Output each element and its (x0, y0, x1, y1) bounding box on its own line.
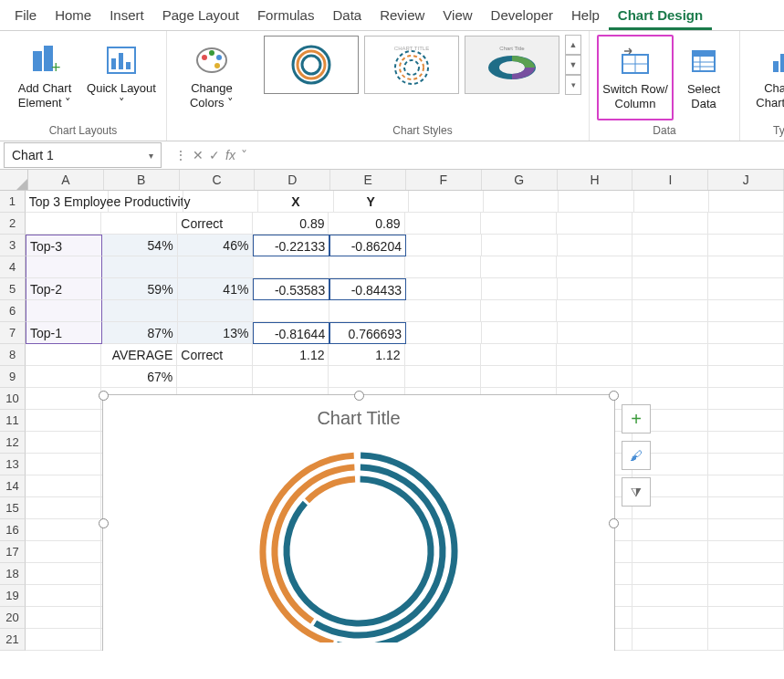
cell-I8[interactable] (632, 344, 708, 366)
chart-style-scroll-down[interactable]: ▼ (565, 55, 581, 75)
col-header-E[interactable]: E (330, 170, 406, 190)
cell-I3[interactable] (632, 235, 708, 256)
cell-B8[interactable]: AVERAGE (101, 344, 177, 366)
cell-J14[interactable] (708, 475, 784, 497)
chart-elements-button[interactable]: + (622, 404, 651, 434)
chart-style-1[interactable] (264, 36, 359, 94)
cancel-icon[interactable]: ✕ (193, 148, 204, 162)
cell-C4[interactable] (178, 256, 254, 278)
cell-A5[interactable]: Top-2 (26, 278, 102, 300)
cell-D9[interactable] (253, 366, 329, 388)
cell-H9[interactable] (557, 366, 632, 388)
cell-I4[interactable] (632, 256, 708, 278)
cell-F2[interactable] (405, 213, 481, 235)
row-header-12[interactable]: 12 (0, 432, 26, 454)
cell-J7[interactable] (708, 322, 784, 344)
cell-C7[interactable]: 13% (178, 322, 254, 344)
tab-insert[interactable]: Insert (100, 2, 153, 30)
cell-B6[interactable] (102, 300, 178, 322)
chart-styles-button[interactable]: 🖌 (622, 441, 651, 470)
cell-J17[interactable] (708, 541, 784, 563)
cell-C2[interactable]: Correct (177, 213, 253, 235)
cell-H5[interactable] (558, 278, 633, 300)
change-colors-button[interactable]: Change Colors ˅ (174, 35, 249, 119)
cell-A14[interactable] (26, 475, 101, 497)
cell-G4[interactable] (481, 256, 557, 278)
cell-I19[interactable] (632, 585, 708, 607)
chart-style-scroll-up[interactable]: ▲ (565, 35, 581, 55)
resize-handle[interactable] (99, 391, 109, 401)
chart-title[interactable]: Chart Title (103, 395, 614, 433)
cell-F4[interactable] (405, 256, 481, 278)
cell-C6[interactable] (178, 300, 254, 322)
tab-help[interactable]: Help (562, 2, 609, 30)
cell-D4[interactable] (254, 256, 329, 278)
cell-J3[interactable] (708, 235, 784, 256)
cell-J8[interactable] (708, 344, 784, 366)
cell-E3[interactable]: -0.86204 (329, 235, 406, 256)
col-header-B[interactable]: B (104, 170, 180, 190)
cell-F3[interactable] (406, 235, 482, 256)
row-header-3[interactable]: 3 (0, 235, 26, 256)
row-header-6[interactable]: 6 (0, 300, 26, 322)
tab-chart-design[interactable]: Chart Design (609, 2, 712, 30)
cell-D2[interactable]: 0.89 (253, 213, 329, 235)
cell-E9[interactable] (329, 366, 404, 388)
cell-E8[interactable]: 1.12 (329, 344, 404, 366)
cell-J13[interactable] (708, 454, 784, 475)
cell-A21[interactable] (26, 629, 101, 651)
name-box-dropdown-icon[interactable]: ▾ (149, 151, 153, 161)
cell-C5[interactable]: 41% (178, 278, 254, 300)
row-header-10[interactable]: 10 (0, 388, 26, 410)
formula-input[interactable] (256, 145, 784, 165)
cell-G5[interactable] (482, 278, 558, 300)
row-header-2[interactable]: 2 (0, 213, 26, 235)
row-header-21[interactable]: 21 (0, 629, 26, 651)
row-header-4[interactable]: 4 (0, 256, 26, 278)
chart-style-3[interactable]: Chart Title (465, 36, 559, 94)
cell-G2[interactable] (481, 213, 557, 235)
tab-page-layout[interactable]: Page Layout (153, 2, 248, 30)
cell-H7[interactable] (558, 322, 633, 344)
cell-H2[interactable] (557, 213, 632, 235)
cell-I16[interactable] (632, 519, 708, 541)
cell-A17[interactable] (26, 541, 101, 563)
row-header-18[interactable]: 18 (0, 563, 26, 585)
resize-handle[interactable] (99, 518, 109, 528)
cell-C1[interactable] (183, 191, 258, 213)
resize-handle[interactable] (609, 391, 619, 401)
cell-D6[interactable] (254, 300, 329, 322)
cell-I21[interactable] (632, 629, 708, 651)
cell-I20[interactable] (632, 607, 708, 629)
cell-J16[interactable] (708, 519, 784, 541)
chart-style-2[interactable]: CHART TITLE (364, 36, 459, 94)
cell-D8[interactable]: 1.12 (253, 344, 329, 366)
cell-J20[interactable] (708, 607, 784, 629)
cell-H3[interactable] (558, 235, 633, 256)
cell-C8[interactable]: Correct (177, 344, 253, 366)
row-header-1[interactable]: 1 (0, 191, 26, 213)
fx-icon[interactable]: fx (225, 148, 235, 162)
cell-J5[interactable] (708, 278, 784, 300)
row-header-15[interactable]: 15 (0, 497, 26, 519)
cell-I2[interactable] (632, 213, 708, 235)
row-header-11[interactable]: 11 (0, 410, 26, 432)
chart-style-more[interactable]: ▾ (565, 75, 581, 95)
cell-G8[interactable] (481, 344, 557, 366)
row-header-7[interactable]: 7 (0, 322, 26, 344)
cell-A7[interactable]: Top-1 (26, 322, 102, 344)
cell-J2[interactable] (708, 213, 784, 235)
tab-data[interactable]: Data (323, 2, 371, 30)
cell-J21[interactable] (708, 629, 784, 651)
cell-C9[interactable] (177, 366, 253, 388)
cell-I9[interactable] (632, 366, 708, 388)
tab-view[interactable]: View (434, 2, 481, 30)
cell-I6[interactable] (632, 300, 708, 322)
cell-J10[interactable] (708, 388, 784, 410)
cell-H1[interactable] (559, 191, 633, 213)
col-header-I[interactable]: I (632, 170, 708, 190)
cell-I18[interactable] (632, 563, 708, 585)
cell-B5[interactable]: 59% (102, 278, 178, 300)
cell-A3[interactable]: Top-3 (26, 235, 102, 256)
cell-A15[interactable] (26, 497, 101, 519)
